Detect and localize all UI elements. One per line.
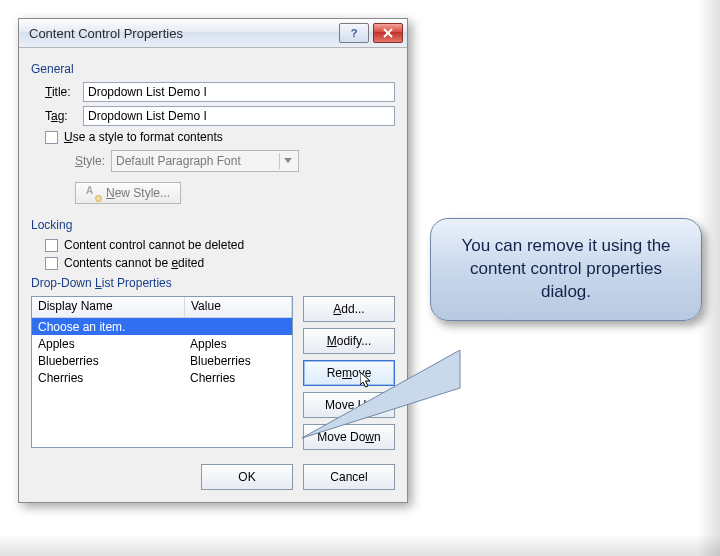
cannot-edit-label: Contents cannot be edited: [64, 256, 204, 270]
use-style-checkbox[interactable]: [45, 131, 58, 144]
dropdown-list-group-label: Drop-Down List Properties: [31, 276, 395, 290]
ok-button[interactable]: OK: [201, 464, 293, 490]
help-button[interactable]: ?: [339, 23, 369, 43]
col-value[interactable]: Value: [185, 297, 292, 317]
list-item-display: Blueberries: [32, 354, 184, 368]
tag-row: Tag:: [45, 106, 395, 126]
cannot-delete-row: Content control cannot be deleted: [45, 238, 395, 252]
list-item-value: Blueberries: [184, 354, 292, 368]
close-button[interactable]: [373, 23, 403, 43]
new-style-label: New Style...: [106, 186, 170, 200]
cannot-delete-label: Content control cannot be deleted: [64, 238, 244, 252]
tag-input[interactable]: [83, 106, 395, 126]
use-style-label: Use a style to format contents: [64, 130, 223, 144]
add-button[interactable]: Add...: [303, 296, 395, 322]
list-side-buttons: Add... Modify... Remove Move Up Move Dow…: [303, 296, 395, 450]
callout-text: You can remove it using the content cont…: [461, 236, 670, 301]
list-item[interactable]: CherriesCherries: [32, 369, 292, 386]
general-group-label: General: [31, 62, 395, 76]
modify-button[interactable]: Modify...: [303, 328, 395, 354]
dropdown-list-box[interactable]: Display Name Value Choose an item.Apples…: [31, 296, 293, 448]
list-item[interactable]: Choose an item.: [32, 318, 292, 335]
list-rows: Choose an item.ApplesApplesBlueberriesBl…: [32, 318, 292, 386]
dialog-title: Content Control Properties: [29, 26, 335, 41]
cancel-button[interactable]: Cancel: [303, 464, 395, 490]
titlebar[interactable]: Content Control Properties ?: [19, 19, 407, 48]
new-style-icon: [86, 186, 100, 200]
svg-marker-2: [284, 158, 292, 163]
dropdown-list-area: Display Name Value Choose an item.Apples…: [31, 296, 395, 450]
cannot-edit-row: Contents cannot be edited: [45, 256, 395, 270]
col-display-name[interactable]: Display Name: [32, 297, 185, 317]
remove-button[interactable]: Remove: [303, 360, 395, 386]
cannot-delete-checkbox[interactable]: [45, 239, 58, 252]
content-control-properties-dialog: Content Control Properties ? General Tit…: [18, 18, 408, 503]
chevron-down-icon: [279, 153, 296, 169]
list-item-display: Apples: [32, 337, 184, 351]
list-item-value: Apples: [184, 337, 292, 351]
list-item-display: Cherries: [32, 371, 184, 385]
title-row: Title:: [45, 82, 395, 102]
torn-edge-right: [698, 0, 720, 556]
dialog-body: General Title: Tag: Use a style to forma…: [19, 48, 407, 502]
list-item-display: Choose an item.: [32, 320, 184, 334]
title-input[interactable]: [83, 82, 395, 102]
move-up-button[interactable]: Move Up: [303, 392, 395, 418]
callout: You can remove it using the content cont…: [430, 218, 702, 321]
list-item-value: Cherries: [184, 371, 292, 385]
title-label: Title:: [45, 85, 83, 99]
use-style-row: Use a style to format contents: [45, 130, 395, 144]
close-icon: [383, 28, 393, 38]
new-style-button: New Style...: [75, 182, 181, 204]
style-row: Style: Default Paragraph Font: [75, 150, 395, 172]
dialog-footer: OK Cancel: [31, 464, 395, 490]
locking-group-label: Locking: [31, 218, 395, 232]
torn-edge-bottom: [0, 534, 720, 556]
list-header: Display Name Value: [32, 297, 292, 318]
list-item[interactable]: ApplesApples: [32, 335, 292, 352]
list-item[interactable]: BlueberriesBlueberries: [32, 352, 292, 369]
style-label: Style:: [75, 154, 105, 168]
tag-label: Tag:: [45, 109, 83, 123]
style-combo: Default Paragraph Font: [111, 150, 299, 172]
style-combo-value: Default Paragraph Font: [116, 154, 241, 168]
move-down-button[interactable]: Move Down: [303, 424, 395, 450]
cannot-edit-checkbox[interactable]: [45, 257, 58, 270]
